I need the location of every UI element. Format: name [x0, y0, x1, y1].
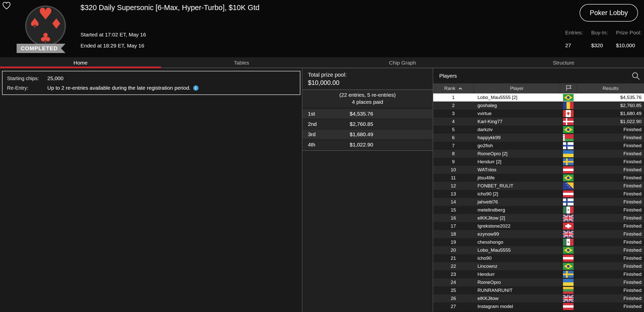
player-result: Finished	[577, 150, 644, 158]
player-row[interactable]: 25 RUNRANRUNIT Finished	[433, 286, 644, 294]
flag-ch-icon	[560, 222, 577, 230]
player-rank: 16	[433, 214, 473, 222]
player-row[interactable]: 7 go2fish Finished	[433, 142, 644, 150]
results-column-header[interactable]: Results	[577, 83, 644, 93]
player-row[interactable]: 24 RomeOpro Finished	[433, 278, 644, 286]
player-row[interactable]: 22 Lincownz Finished	[433, 262, 644, 270]
player-name: Lincownz	[473, 262, 560, 270]
player-row[interactable]: 9 Hendurr [2] Finished	[433, 158, 644, 166]
player-row[interactable]: 17 Igrekstone2022 Finished	[433, 222, 644, 230]
player-rank: 18	[433, 230, 473, 238]
player-row[interactable]: 23 Hendurr Finished	[433, 270, 644, 278]
lobby-content: Starting chips: 25,000 Re-Entry: Up to 2…	[0, 68, 644, 312]
player-row[interactable]: 18 ezynow99 Finished	[433, 230, 644, 238]
flag-ca-icon	[560, 110, 577, 118]
spade-suit-icon: ♠	[29, 16, 41, 29]
player-result: Finished	[577, 206, 644, 214]
flag-by-icon	[560, 134, 577, 142]
player-name: metelindberg	[473, 206, 560, 214]
player-row[interactable]: 2 goshaleg $2,760.85	[433, 101, 644, 110]
player-row[interactable]: 11 jitsu4life Finished	[433, 174, 644, 182]
player-name: FONBET_RULIT	[473, 182, 560, 190]
stat-buyin: Buy-In: $320	[591, 30, 608, 48]
player-row[interactable]: 4 Karl-King77 $1,022.90	[433, 118, 644, 126]
player-row[interactable]: 1 Lobo_Mau5555 [2] $4,535.76	[433, 93, 644, 101]
favorite-heart-icon[interactable]	[2, 1, 11, 11]
player-row[interactable]: 14 jahvetti76 Finished	[433, 198, 644, 206]
player-rank: 17	[433, 222, 473, 230]
tab-structure[interactable]: Structure	[483, 57, 644, 68]
flag-at-icon	[560, 166, 577, 174]
player-result: $2,760.85	[577, 101, 644, 110]
tab-label: Chip Graph	[389, 60, 416, 66]
player-name: vvirtue	[473, 110, 560, 118]
player-result: Finished	[577, 142, 644, 150]
player-row[interactable]: 10 WATnlos Finished	[433, 166, 644, 174]
player-rank: 8	[433, 150, 473, 158]
flag-br-icon	[560, 246, 577, 254]
player-row[interactable]: 8 RomeOpro [2] Finished	[433, 150, 644, 158]
player-column-header[interactable]: Player	[473, 83, 560, 93]
tab-tables[interactable]: Tables	[161, 57, 322, 68]
player-rank: 11	[433, 174, 473, 182]
rank-column-header[interactable]: Rank	[433, 83, 473, 93]
tab-label: Structure	[553, 60, 574, 66]
player-row[interactable]: 26 elKKJitow Finished	[433, 294, 644, 302]
player-row[interactable]: 6 happykk99 Finished	[433, 134, 644, 142]
player-result: Finished	[577, 278, 644, 286]
players-title: Players	[439, 73, 457, 79]
tab-chip-graph[interactable]: Chip Graph	[322, 57, 483, 68]
player-rank: 22	[433, 262, 473, 270]
reentry-label: Re-Entry:	[7, 85, 47, 91]
player-name: goshaleg	[473, 101, 560, 110]
player-row[interactable]: 20 Lobo_Mau5555 Finished	[433, 246, 644, 254]
payout-amount: $1,680.49	[350, 131, 373, 137]
info-icon[interactable]: i	[193, 85, 198, 91]
tournament-lobby-window: ♥ ♠ ♦ ♣ COMPLETED $320 Daily Supersonic …	[0, 0, 644, 312]
player-result: Finished	[577, 182, 644, 190]
player-result: Finished	[577, 230, 644, 238]
payout-amount: $4,535.76	[350, 111, 373, 117]
player-rank: 23	[433, 270, 473, 278]
player-result: Finished	[577, 126, 644, 134]
player-header-label: Player	[510, 86, 524, 91]
player-row[interactable]: 3 vvirtue $1,680.49	[433, 110, 644, 118]
player-row[interactable]: 27 Instagram model Finished	[433, 302, 644, 310]
players-table-header: Rank Player Results	[433, 83, 644, 93]
poker-lobby-button[interactable]: Poker Lobby	[580, 4, 638, 22]
player-name: RomeOpro [2]	[473, 150, 560, 158]
payout-row: 2nd $2,760.85	[302, 119, 433, 129]
players-table-body: 1 Lobo_Mau5555 [2] $4,535.762 goshaleg $…	[433, 93, 644, 310]
player-result: Finished	[577, 254, 644, 262]
rank-header-label: Rank	[444, 86, 455, 91]
player-rank: 25	[433, 286, 473, 294]
tournament-logo: ♥ ♠ ♦ ♣ COMPLETED	[25, 6, 66, 53]
player-row[interactable]: 19 chesshongo Finished	[433, 238, 644, 246]
player-result: Finished	[577, 286, 644, 294]
player-row[interactable]: 15 metelindberg Finished	[433, 206, 644, 214]
starting-chips-value: 25,000	[47, 75, 63, 81]
prize-panel: Total prize pool: $10,000.00 (22 entries…	[302, 68, 433, 312]
player-result: Finished	[577, 214, 644, 222]
player-row[interactable]: 16 elKKJitow [2] Finished	[433, 214, 644, 222]
player-name: Lobo_Mau5555 [2]	[473, 93, 560, 101]
tab-home[interactable]: Home	[0, 57, 161, 68]
tab-label: Home	[73, 60, 88, 66]
chevron-up-icon	[458, 87, 462, 90]
search-icon[interactable]	[631, 72, 640, 80]
flag-mx-icon	[560, 206, 577, 214]
player-row[interactable]: 12 FONBET_RULIT Finished	[433, 182, 644, 190]
player-row[interactable]: 21 icho90 Finished	[433, 254, 644, 262]
player-result: Finished	[577, 134, 644, 142]
prize-bottom-divider	[302, 150, 433, 151]
flag-column-header[interactable]	[560, 83, 577, 93]
player-row[interactable]: 5 darkziv Finished	[433, 126, 644, 134]
payout-list: 1st $4,535.762nd $2,760.853rd $1,680.494…	[302, 109, 433, 149]
player-row[interactable]: 13 icho90 [2] Finished	[433, 190, 644, 198]
flag-ua-icon	[560, 278, 577, 286]
player-name: RUNRANRUNIT	[473, 286, 560, 294]
player-result: $4,535.76	[577, 93, 644, 101]
tab-label: Tables	[234, 60, 249, 66]
player-rank: 4	[433, 118, 473, 126]
player-rank: 27	[433, 302, 473, 310]
